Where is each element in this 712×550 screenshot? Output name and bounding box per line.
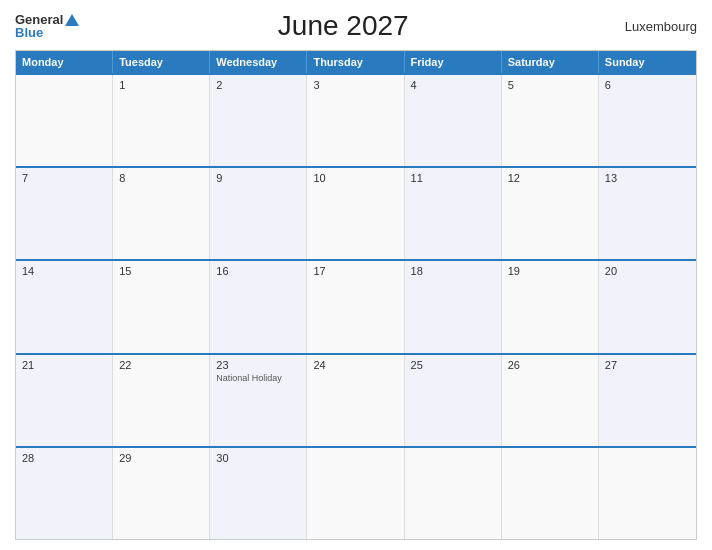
day-number: 15 — [119, 265, 203, 277]
day-number: 22 — [119, 359, 203, 371]
week-row-3: 14151617181920 — [16, 259, 696, 352]
cal-cell-5-2: 29 — [113, 448, 210, 539]
cal-cell-5-5 — [405, 448, 502, 539]
day-number: 3 — [313, 79, 397, 91]
cal-cell-3-7: 20 — [599, 261, 696, 352]
cal-cell-2-3: 9 — [210, 168, 307, 259]
header: General Blue June 2027 Luxembourg — [15, 10, 697, 42]
cal-cell-4-5: 25 — [405, 355, 502, 446]
day-number: 11 — [411, 172, 495, 184]
day-number: 2 — [216, 79, 300, 91]
header-monday: Monday — [16, 51, 113, 73]
cal-cell-1-4: 3 — [307, 75, 404, 166]
cal-cell-1-5: 4 — [405, 75, 502, 166]
cal-cell-3-4: 17 — [307, 261, 404, 352]
day-number: 12 — [508, 172, 592, 184]
day-number: 29 — [119, 452, 203, 464]
cal-cell-2-1: 7 — [16, 168, 113, 259]
header-saturday: Saturday — [502, 51, 599, 73]
week-row-5: 282930 — [16, 446, 696, 539]
cal-cell-5-7 — [599, 448, 696, 539]
cal-cell-3-2: 15 — [113, 261, 210, 352]
day-number: 9 — [216, 172, 300, 184]
header-wednesday: Wednesday — [210, 51, 307, 73]
day-number: 1 — [119, 79, 203, 91]
cal-cell-4-6: 26 — [502, 355, 599, 446]
calendar-title: June 2027 — [79, 10, 607, 42]
cal-cell-2-6: 12 — [502, 168, 599, 259]
day-number: 23 — [216, 359, 300, 371]
day-number: 6 — [605, 79, 690, 91]
day-number: 10 — [313, 172, 397, 184]
day-number: 4 — [411, 79, 495, 91]
day-number: 5 — [508, 79, 592, 91]
day-number: 18 — [411, 265, 495, 277]
logo-blue: Blue — [15, 26, 43, 39]
cal-cell-2-7: 13 — [599, 168, 696, 259]
cal-cell-2-5: 11 — [405, 168, 502, 259]
cal-cell-1-1 — [16, 75, 113, 166]
day-number: 17 — [313, 265, 397, 277]
week-row-4: 212223National Holiday24252627 — [16, 353, 696, 446]
cal-cell-4-4: 24 — [307, 355, 404, 446]
day-number: 25 — [411, 359, 495, 371]
cal-cell-5-3: 30 — [210, 448, 307, 539]
header-friday: Friday — [405, 51, 502, 73]
day-number: 16 — [216, 265, 300, 277]
cal-cell-4-1: 21 — [16, 355, 113, 446]
cal-cell-2-4: 10 — [307, 168, 404, 259]
cal-cell-4-2: 22 — [113, 355, 210, 446]
day-number: 30 — [216, 452, 300, 464]
day-number: 28 — [22, 452, 106, 464]
cal-cell-3-1: 14 — [16, 261, 113, 352]
calendar-body: 1234567891011121314151617181920212223Nat… — [16, 73, 696, 539]
day-number: 20 — [605, 265, 690, 277]
cal-cell-3-5: 18 — [405, 261, 502, 352]
calendar-grid: Monday Tuesday Wednesday Thursday Friday… — [15, 50, 697, 540]
day-number: 24 — [313, 359, 397, 371]
day-number: 27 — [605, 359, 690, 371]
day-number: 26 — [508, 359, 592, 371]
day-number: 21 — [22, 359, 106, 371]
cal-cell-4-3: 23National Holiday — [210, 355, 307, 446]
cal-cell-4-7: 27 — [599, 355, 696, 446]
day-number: 13 — [605, 172, 690, 184]
cal-cell-1-6: 5 — [502, 75, 599, 166]
logo-triangle-icon — [65, 14, 79, 26]
holiday-label: National Holiday — [216, 373, 300, 383]
cal-cell-1-7: 6 — [599, 75, 696, 166]
cal-cell-3-3: 16 — [210, 261, 307, 352]
day-number: 8 — [119, 172, 203, 184]
week-row-2: 78910111213 — [16, 166, 696, 259]
cal-cell-5-1: 28 — [16, 448, 113, 539]
cal-cell-2-2: 8 — [113, 168, 210, 259]
day-number: 7 — [22, 172, 106, 184]
day-number: 14 — [22, 265, 106, 277]
header-sunday: Sunday — [599, 51, 696, 73]
day-number: 19 — [508, 265, 592, 277]
cal-cell-5-4 — [307, 448, 404, 539]
cal-cell-3-6: 19 — [502, 261, 599, 352]
cal-cell-1-2: 1 — [113, 75, 210, 166]
header-tuesday: Tuesday — [113, 51, 210, 73]
calendar-header-row: Monday Tuesday Wednesday Thursday Friday… — [16, 51, 696, 73]
calendar-page: General Blue June 2027 Luxembourg Monday… — [0, 0, 712, 550]
header-thursday: Thursday — [307, 51, 404, 73]
week-row-1: 123456 — [16, 73, 696, 166]
country-label: Luxembourg — [607, 19, 697, 34]
cal-cell-5-6 — [502, 448, 599, 539]
logo: General Blue — [15, 13, 79, 39]
cal-cell-1-3: 2 — [210, 75, 307, 166]
